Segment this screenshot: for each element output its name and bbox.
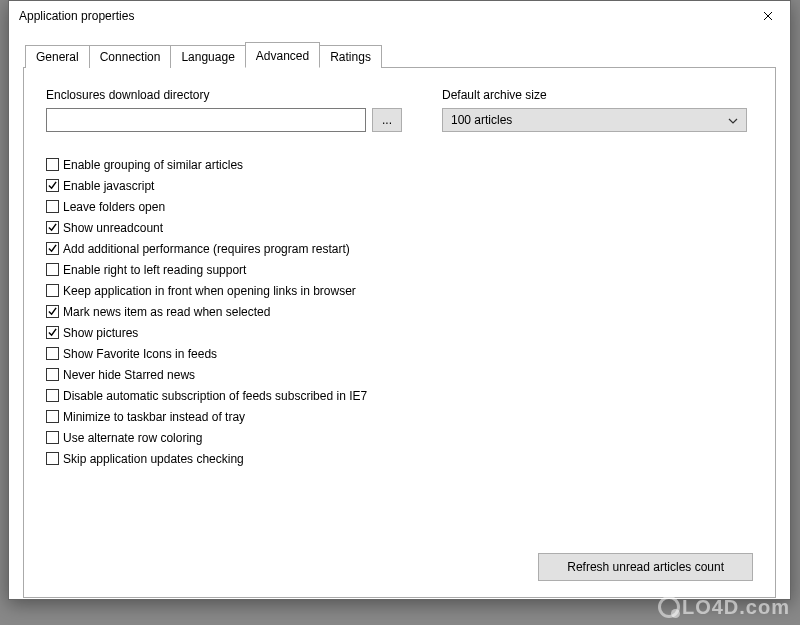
tab-general[interactable]: General [25,45,90,68]
option-label[interactable]: Show Favorite Icons in feeds [63,347,217,361]
tabstrip: GeneralConnectionLanguageAdvancedRatings [23,41,776,68]
option-label[interactable]: Never hide Starred news [63,368,195,382]
checkbox[interactable] [46,200,59,213]
chevron-down-icon [728,113,738,127]
archive-size-value: 100 articles [451,113,512,127]
watermark: LO4D.com [658,596,790,619]
tab-connection[interactable]: Connection [89,45,172,68]
browse-button-label: ... [382,113,392,127]
watermark-text: LO4D.com [682,596,790,618]
checkbox[interactable] [46,284,59,297]
checkbox[interactable] [46,368,59,381]
checkbox[interactable] [46,242,59,255]
titlebar: Application properties [9,1,790,31]
checkbox[interactable] [46,179,59,192]
option-row: Show unreadcount [46,217,753,238]
tab-label: Language [181,50,234,64]
watermark-logo-icon [658,596,680,618]
checkbox[interactable] [46,452,59,465]
archive-label: Default archive size [442,88,753,102]
checkbox[interactable] [46,221,59,234]
checkbox[interactable] [46,305,59,318]
option-row: Use alternate row coloring [46,427,753,448]
option-label[interactable]: Mark news item as read when selected [63,305,270,319]
enclosures-group: Enclosures download directory ... [46,88,416,132]
tab-advanced[interactable]: Advanced [245,42,320,68]
top-row: Enclosures download directory ... Defaul… [46,88,753,132]
close-button[interactable] [745,1,790,31]
checkbox[interactable] [46,431,59,444]
dialog-window: Application properties GeneralConnection… [8,0,791,600]
browse-button[interactable]: ... [372,108,402,132]
option-row: Never hide Starred news [46,364,753,385]
tab-panel-advanced: Enclosures download directory ... Defaul… [23,68,776,598]
checkbox[interactable] [46,389,59,402]
option-label[interactable]: Minimize to taskbar instead of tray [63,410,245,424]
tab-language[interactable]: Language [170,45,245,68]
tab-label: General [36,50,79,64]
option-row: Keep application in front when opening l… [46,280,753,301]
tab-label: Advanced [256,49,309,63]
option-label[interactable]: Skip application updates checking [63,452,244,466]
option-row: Enable right to left reading support [46,259,753,280]
window-title: Application properties [19,9,134,23]
refresh-unread-label: Refresh unread articles count [567,560,724,574]
option-label[interactable]: Use alternate row coloring [63,431,202,445]
archive-group: Default archive size 100 articles [442,88,753,132]
tab-label: Ratings [330,50,371,64]
option-row: Minimize to taskbar instead of tray [46,406,753,427]
option-row: Show pictures [46,322,753,343]
option-label[interactable]: Enable right to left reading support [63,263,246,277]
checkbox[interactable] [46,326,59,339]
checkbox[interactable] [46,263,59,276]
option-label[interactable]: Enable javascript [63,179,154,193]
option-label[interactable]: Disable automatic subscription of feeds … [63,389,367,403]
checkbox[interactable] [46,347,59,360]
refresh-unread-button[interactable]: Refresh unread articles count [538,553,753,581]
checkbox[interactable] [46,158,59,171]
dialog-content: GeneralConnectionLanguageAdvancedRatings… [9,31,790,612]
checkbox[interactable] [46,410,59,423]
close-icon [763,11,773,21]
enclosures-input[interactable] [46,108,366,132]
option-row: Leave folders open [46,196,753,217]
option-label[interactable]: Keep application in front when opening l… [63,284,356,298]
option-label[interactable]: Show pictures [63,326,138,340]
option-label[interactable]: Add additional performance (requires pro… [63,242,350,256]
tab-label: Connection [100,50,161,64]
archive-size-select[interactable]: 100 articles [442,108,747,132]
option-row: Add additional performance (requires pro… [46,238,753,259]
option-row: Skip application updates checking [46,448,753,469]
option-row: Mark news item as read when selected [46,301,753,322]
option-label[interactable]: Show unreadcount [63,221,163,235]
option-row: Disable automatic subscription of feeds … [46,385,753,406]
option-label[interactable]: Enable grouping of similar articles [63,158,243,172]
option-row: Show Favorite Icons in feeds [46,343,753,364]
options-list: Enable grouping of similar articlesEnabl… [46,154,753,469]
option-row: Enable javascript [46,175,753,196]
option-row: Enable grouping of similar articles [46,154,753,175]
enclosures-label: Enclosures download directory [46,88,416,102]
option-label[interactable]: Leave folders open [63,200,165,214]
tab-ratings[interactable]: Ratings [319,45,382,68]
